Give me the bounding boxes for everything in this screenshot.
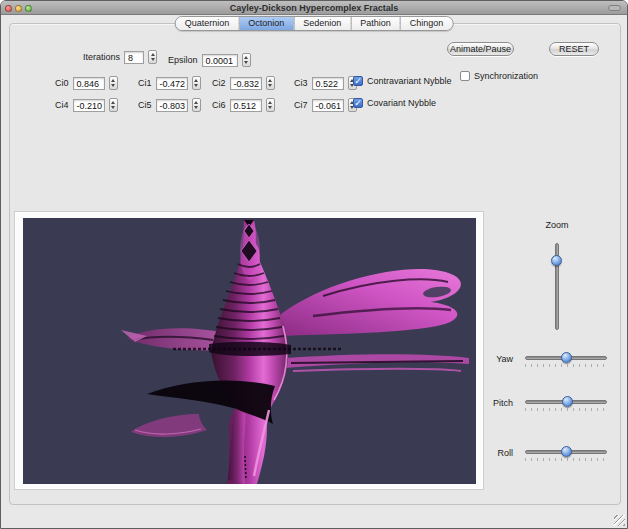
covariant-checkbox-group: ✓ Covariant Nybble: [353, 98, 436, 108]
ci0-stepper[interactable]: [109, 76, 118, 90]
roll-slider-label: Roll: [487, 448, 513, 458]
ci6-label: Ci6: [212, 100, 226, 110]
yaw-slider-label: Yaw: [487, 354, 513, 364]
ci1-label: Ci1: [138, 78, 152, 88]
ci0-field-group: Ci0 0.846: [55, 76, 118, 90]
iterations-label: Iterations: [83, 52, 120, 62]
tab-octonion[interactable]: Octonion: [238, 17, 293, 30]
tab-quaternion[interactable]: Quaternion: [176, 17, 239, 30]
stepper-down-icon: [151, 58, 155, 61]
resize-grip[interactable]: [614, 515, 625, 526]
contravariant-checkbox[interactable]: ✓: [353, 76, 363, 86]
zoom-slider-label: Zoom: [539, 220, 575, 230]
epsilon-stepper[interactable]: [242, 53, 251, 67]
roll-slider-ticks: [525, 458, 607, 461]
ci0-label: Ci0: [55, 78, 69, 88]
tab-chingon[interactable]: Chingon: [400, 17, 453, 30]
ci6-input[interactable]: 0.512: [230, 99, 262, 112]
toolbar-toggle-button[interactable]: [608, 5, 621, 11]
contravariant-label: Contravariant Nybble: [367, 76, 452, 86]
ci4-label: Ci4: [55, 100, 69, 110]
yaw-slider-thumb[interactable]: [561, 352, 572, 363]
ci4-stepper[interactable]: [109, 98, 118, 112]
epsilon-label: Epsilon: [168, 55, 198, 65]
stepper-up-icon: [194, 79, 198, 82]
fractal-image: [23, 218, 476, 484]
ci1-stepper[interactable]: [192, 76, 201, 90]
reset-button[interactable]: RESET: [549, 42, 599, 56]
pitch-slider-ticks: [525, 408, 607, 411]
ci2-input[interactable]: -0.832: [230, 77, 262, 90]
zoom-slider-thumb[interactable]: [551, 255, 562, 266]
synchronization-label: Synchronization: [474, 71, 538, 81]
ci5-field-group: Ci5 -0.803: [138, 98, 201, 112]
stepper-up-icon: [111, 101, 115, 104]
stepper-up-icon: [268, 101, 272, 104]
app-window: Cayley-Dickson Hypercomplex Fractals Qua…: [0, 0, 628, 529]
epsilon-input[interactable]: 0.0001: [202, 54, 238, 67]
stepper-up-icon: [194, 101, 198, 104]
stepper-down-icon: [111, 106, 115, 109]
iterations-input[interactable]: 8: [124, 51, 144, 64]
pitch-slider-label: Pitch: [487, 398, 513, 408]
ci0-input[interactable]: 0.846: [73, 77, 105, 90]
stepper-up-icon: [268, 79, 272, 82]
stepper-up-icon: [244, 56, 248, 59]
ci1-input[interactable]: -0.472: [156, 77, 188, 90]
stepper-up-icon: [151, 53, 155, 56]
render-viewport[interactable]: [23, 218, 476, 484]
ci3-field-group: Ci3 0.522: [294, 76, 357, 90]
synchronization-checkbox-group: ✓ Synchronization: [460, 71, 538, 81]
tab-sedenion[interactable]: Sedenion: [293, 17, 350, 30]
stepper-down-icon: [111, 84, 115, 87]
ci7-field-group: Ci7 -0.061: [294, 98, 357, 112]
ci3-input[interactable]: 0.522: [312, 77, 344, 90]
window-title: Cayley-Dickson Hypercomplex Fractals: [1, 3, 627, 13]
ci7-label: Ci7: [294, 100, 308, 110]
stepper-down-icon: [268, 106, 272, 109]
roll-slider-thumb[interactable]: [561, 446, 572, 457]
ci1-field-group: Ci1 -0.472: [138, 76, 201, 90]
render-frame: [14, 211, 484, 490]
ci2-label: Ci2: [212, 78, 226, 88]
ci4-field-group: Ci4 -0.210: [55, 98, 118, 112]
covariant-checkbox[interactable]: ✓: [353, 98, 363, 108]
stepper-down-icon: [268, 84, 272, 87]
stepper-up-icon: [111, 79, 115, 82]
iterations-field-group: Iterations 8: [83, 50, 157, 64]
synchronization-checkbox[interactable]: ✓: [460, 71, 470, 81]
ci5-label: Ci5: [138, 100, 152, 110]
stepper-down-icon: [244, 61, 248, 64]
ci2-stepper[interactable]: [266, 76, 275, 90]
stepper-down-icon: [194, 84, 198, 87]
epsilon-field-group: Epsilon 0.0001: [168, 53, 251, 67]
checkmark-icon: ✓: [354, 77, 362, 86]
ci5-input[interactable]: -0.803: [156, 99, 188, 112]
ci7-input[interactable]: -0.061: [312, 99, 344, 112]
iterations-stepper[interactable]: [148, 50, 157, 64]
stepper-down-icon: [194, 106, 198, 109]
covariant-label: Covariant Nybble: [367, 98, 436, 108]
ci6-stepper[interactable]: [266, 98, 275, 112]
fractal-type-tabs: Quaternion Octonion Sedenion Pathion Chi…: [175, 16, 454, 31]
title-bar: Cayley-Dickson Hypercomplex Fractals: [1, 1, 627, 15]
ci6-field-group: Ci6 0.512: [212, 98, 275, 112]
tab-pathion[interactable]: Pathion: [350, 17, 400, 30]
ci5-stepper[interactable]: [192, 98, 201, 112]
contravariant-checkbox-group: ✓ Contravariant Nybble: [353, 76, 452, 86]
ci2-field-group: Ci2 -0.832: [212, 76, 275, 90]
checkmark-icon: ✓: [354, 99, 362, 108]
animate-pause-button[interactable]: Animate/Pause: [447, 42, 514, 56]
ci4-input[interactable]: -0.210: [73, 99, 105, 112]
pitch-slider-thumb[interactable]: [562, 396, 573, 407]
yaw-slider-ticks: [525, 364, 607, 367]
ci3-label: Ci3: [294, 78, 308, 88]
